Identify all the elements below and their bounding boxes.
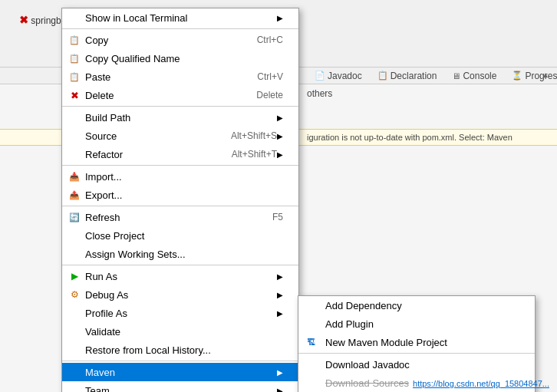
menu-refactor[interactable]: Refactor Alt+Shift+T ▶ xyxy=(62,145,298,163)
paste-icon: 📋 xyxy=(67,72,82,82)
separator-3 xyxy=(62,165,298,166)
console-icon: 🖥 xyxy=(452,71,460,81)
copy-qualified-icon: 📋 xyxy=(67,54,82,64)
submenu-download-javadoc[interactable]: Download Javadoc xyxy=(298,355,535,374)
submenu-add-plugin[interactable]: Add Plugin xyxy=(298,315,535,333)
tab-declaration[interactable]: 📋 Declaration xyxy=(370,69,445,83)
arrow-icon-profile: ▶ xyxy=(277,309,283,318)
menu-validate[interactable]: Validate xyxy=(62,322,298,341)
arrow-icon-terminal: ▶ xyxy=(277,14,283,22)
progress-icon: ⏳ xyxy=(512,71,522,81)
menu-assign-working-sets[interactable]: Assign Working Sets... xyxy=(62,245,298,263)
run-icon: ▶ xyxy=(67,271,82,282)
context-menu: Show in Local Terminal ▶ 📋 Copy Ctrl+C 📋… xyxy=(61,8,299,392)
submenu-add-dependency[interactable]: Add Dependency xyxy=(298,296,535,315)
menu-delete[interactable]: ✖ Delete Delete xyxy=(62,86,298,104)
menu-refresh[interactable]: 🔄 Refresh F5 xyxy=(62,208,298,226)
menu-team[interactable]: Team ▶ xyxy=(62,381,298,392)
menu-run-as[interactable]: ▶ Run As ▶ xyxy=(62,267,298,285)
menu-close-project[interactable]: Close Project xyxy=(62,226,298,245)
separator-6 xyxy=(62,361,298,361)
refresh-icon: 🔄 xyxy=(67,212,82,222)
debug-icon: ⚙ xyxy=(67,289,82,300)
tab-console[interactable]: 🖥 Console xyxy=(444,69,504,83)
separator-5 xyxy=(62,265,298,265)
menu-restore-history[interactable]: Restore from Local History... xyxy=(62,341,298,359)
import-icon: 📥 xyxy=(67,172,82,182)
javadoc-icon: 📄 xyxy=(315,71,325,81)
menu-copy[interactable]: 📋 Copy Ctrl+C xyxy=(62,31,298,49)
submenu-separator-1 xyxy=(298,353,535,354)
tab-javadoc[interactable]: 📄 Javadoc xyxy=(307,69,370,83)
menu-maven[interactable]: Maven ▶ xyxy=(62,363,298,381)
menu-copy-qualified[interactable]: 📋 Copy Qualified Name xyxy=(62,49,298,68)
arrow-icon-maven: ▶ xyxy=(277,368,283,377)
arrow-icon-team: ▶ xyxy=(277,387,283,393)
declaration-icon: 📋 xyxy=(377,71,388,81)
menu-debug-as[interactable]: ⚙ Debug As ▶ xyxy=(62,285,298,304)
arrow-icon-refactor: ▶ xyxy=(277,150,283,159)
watermark: https://blog.csdn.net/qq_15804847... xyxy=(413,379,549,388)
arrow-icon-run: ▶ xyxy=(277,272,283,281)
separator-2 xyxy=(62,106,298,107)
export-icon: 📤 xyxy=(67,190,82,200)
others-label: others xyxy=(307,88,332,99)
delete-icon: ✖ xyxy=(67,90,82,101)
separator-4 xyxy=(62,206,298,206)
arrow-icon-build: ▶ xyxy=(277,114,283,122)
menu-show-local-terminal[interactable]: Show in Local Terminal ▶ xyxy=(62,8,298,27)
menu-import[interactable]: 📥 Import... xyxy=(62,167,298,186)
menu-profile-as[interactable]: Profile As ▶ xyxy=(62,304,298,322)
copy-icon: 📋 xyxy=(67,35,82,45)
arrow-icon-source: ▶ xyxy=(277,132,283,140)
arrow-icon-debug: ▶ xyxy=(277,291,283,299)
menu-export[interactable]: 📤 Export... xyxy=(62,186,298,204)
new-module-icon: 🏗 xyxy=(303,338,318,347)
menu-paste[interactable]: 📋 Paste Ctrl+V xyxy=(62,68,298,86)
submenu-new-maven-module[interactable]: 🏗 New Maven Module Project xyxy=(298,333,535,351)
menu-build-path[interactable]: Build Path ▶ xyxy=(62,108,298,127)
separator-1 xyxy=(62,28,298,29)
collapse-icon[interactable]: ▲ xyxy=(542,71,549,79)
maven-submenu: Add Dependency Add Plugin 🏗 New Maven Mo… xyxy=(298,295,536,392)
menu-source[interactable]: Source Alt+Shift+S ▶ xyxy=(62,127,298,145)
